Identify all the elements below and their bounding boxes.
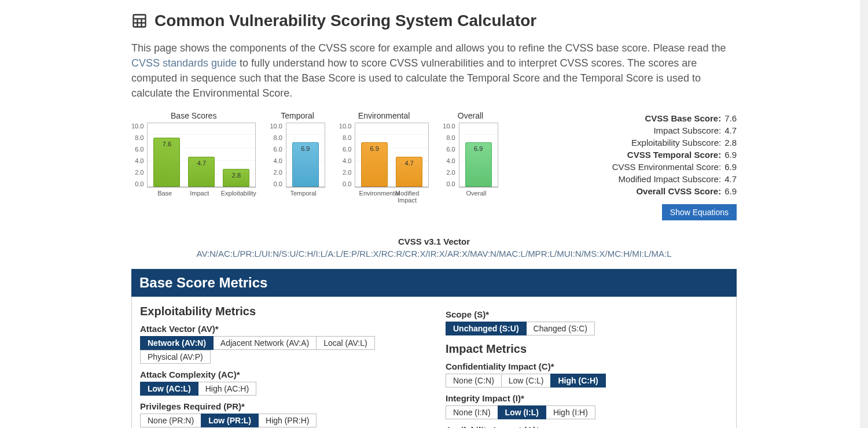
metric-options: None (C:N)Low (C:L)High (C:H)	[446, 374, 728, 388]
ytick: 10.0	[443, 123, 455, 130]
summary-value: 6.9	[724, 162, 737, 172]
metric-option[interactable]: Local (AV:L)	[316, 336, 374, 350]
summary-row: Exploitability Subscore:2.8	[516, 138, 737, 147]
ytick: 0.0	[131, 180, 144, 187]
ytick: 2.0	[339, 169, 351, 176]
summary-label: Overall CVSS Score:	[636, 186, 721, 196]
svg-rect-0	[134, 15, 146, 27]
metric-option[interactable]: None (PR:N)	[140, 414, 201, 427]
ytick: 10.0	[131, 123, 144, 130]
page-title: Common Vulnerability Scoring System Calc…	[131, 12, 737, 30]
metric-options: Low (AC:L)High (AC:H)	[140, 382, 422, 396]
metric-option[interactable]: Low (I:L)	[498, 405, 546, 419]
ytick: 10.0	[339, 123, 351, 130]
metric-options: None (PR:N)Low (PR:L)High (PR:H)	[140, 414, 422, 427]
ytick: 6.0	[131, 146, 144, 153]
summary-row: Impact Subscore:4.7	[516, 126, 737, 135]
summary-row: CVSS Temporal Score:6.9	[516, 150, 737, 160]
chart-overall: Overall10.08.06.04.02.00.06.9Overall	[443, 111, 498, 204]
metric-label: Privileges Required (PR)*	[140, 401, 422, 411]
vector-title: CVSS v3.1 Vector	[131, 237, 737, 246]
summary-row: CVSS Environmental Score:6.9	[516, 162, 737, 172]
metric-option[interactable]: Unchanged (S:U)	[446, 322, 527, 335]
metric-label: Availability Impact (A)*	[446, 425, 728, 428]
summary-value: 4.7	[724, 126, 737, 135]
summary-label: CVSS Base Score:	[645, 113, 721, 123]
summary-row: Modified Impact Subscore:4.7	[516, 174, 737, 184]
ytick: 0.0	[443, 180, 455, 187]
metric-option[interactable]: High (AC:H)	[198, 382, 256, 396]
bar-value: 6.9	[293, 145, 318, 152]
xlabel: Base	[152, 190, 178, 197]
summary-label: CVSS Environmental Score:	[612, 162, 721, 172]
chart-title: Environmental	[358, 111, 410, 120]
metric-label: Attack Complexity (AC)*	[140, 370, 422, 379]
metric-option[interactable]: High (C:H)	[550, 374, 605, 388]
bar-value: 4.7	[189, 160, 214, 167]
ytick: 8.0	[270, 134, 282, 141]
metric-options: None (I:N)Low (I:L)High (I:H)	[446, 405, 728, 419]
cvss-standards-link[interactable]: CVSS standards guide	[131, 57, 237, 69]
metric-option[interactable]: Low (AC:L)	[140, 382, 198, 396]
metric-label: Confidentiality Impact (C)*	[446, 361, 728, 371]
metric-label: Integrity Impact (I)*	[446, 393, 728, 403]
chart-bar: 6.9	[292, 142, 319, 187]
xlabel: Exploitability	[221, 190, 248, 197]
ytick: 8.0	[339, 134, 351, 141]
xlabel: Impact	[186, 190, 213, 197]
summary-value: 6.9	[724, 150, 737, 160]
chart-environmental: Environmental10.08.06.04.02.00.06.94.7En…	[339, 111, 429, 204]
ytick: 4.0	[443, 157, 455, 164]
bar-value: 7.6	[154, 141, 179, 147]
metric-option[interactable]: Network (AV:N)	[140, 336, 214, 350]
bar-value: 2.8	[223, 172, 249, 179]
bar-value: 6.9	[466, 145, 491, 152]
chart-title: Base Scores	[171, 111, 216, 120]
summary-label: Modified Impact Subscore:	[619, 174, 722, 184]
intro-paragraph: This page shows the components of the CV…	[131, 40, 737, 101]
ytick: 4.0	[339, 157, 351, 164]
chart-title: Overall	[458, 111, 483, 120]
ytick: 10.0	[270, 123, 282, 130]
intro-pre: This page shows the components of the CV…	[131, 42, 726, 54]
xlabel: Overall	[463, 190, 490, 197]
chart-bar: 2.8	[223, 169, 249, 187]
summary-label: CVSS Temporal Score:	[627, 150, 721, 160]
summary-row: CVSS Base Score:7.6	[516, 113, 737, 123]
ytick: 6.0	[339, 146, 351, 153]
chart-bar: 4.7	[188, 157, 215, 187]
metric-option[interactable]: High (I:H)	[546, 405, 595, 419]
metric-option[interactable]: Low (PR:L)	[201, 414, 259, 427]
ytick: 2.0	[131, 169, 144, 176]
metric-options: Unchanged (S:U)Changed (S:C)	[446, 322, 728, 335]
show-equations-button[interactable]: Show Equations	[662, 204, 737, 220]
metric-option[interactable]: High (PR:H)	[258, 414, 317, 427]
ytick: 4.0	[131, 157, 144, 164]
base-score-body: Exploitability MetricsAttack Vector (AV)…	[131, 297, 737, 428]
ytick: 8.0	[131, 134, 144, 141]
ytick: 0.0	[270, 180, 282, 187]
bar-value: 6.9	[362, 145, 387, 152]
metric-option[interactable]: Low (C:L)	[501, 374, 551, 388]
ytick: 2.0	[443, 169, 455, 176]
calculator-icon	[131, 13, 148, 29]
ytick: 0.0	[339, 180, 351, 187]
metric-option[interactable]: Physical (AV:P)	[140, 350, 211, 364]
metric-option[interactable]: Changed (S:C)	[526, 322, 595, 335]
page-title-text: Common Vulnerability Scoring System Calc…	[155, 12, 536, 30]
exploitability-heading: Exploitability Metrics	[140, 305, 422, 318]
vector-string: AV:N/AC:L/PR:L/UI:N/S:U/C:H/I:L/A:L/E:P/…	[131, 249, 737, 259]
chart-bar: 4.7	[396, 157, 422, 187]
metric-option[interactable]: None (C:N)	[446, 374, 502, 388]
ytick: 8.0	[443, 134, 455, 141]
chart-base-scores: Base Scores10.08.06.04.02.00.07.64.72.8B…	[131, 111, 256, 204]
base-score-header: Base Score Metrics	[131, 269, 737, 297]
metric-label: Scope (S)*	[446, 309, 728, 319]
metric-label: Attack Vector (AV)*	[140, 324, 422, 334]
summary-value: 4.7	[724, 174, 737, 184]
chart-bar: 6.9	[465, 142, 492, 187]
metric-option[interactable]: Adjacent Network (AV:A)	[213, 336, 317, 350]
ytick: 6.0	[443, 146, 455, 153]
metric-option[interactable]: None (I:N)	[446, 405, 498, 419]
scrollbar-track[interactable]	[860, 0, 868, 428]
